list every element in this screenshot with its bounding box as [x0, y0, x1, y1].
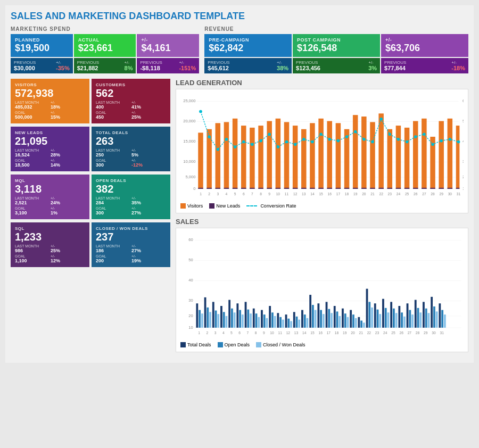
- svg-rect-45: [310, 188, 315, 189]
- spend-diff-value: $4,161: [141, 43, 195, 54]
- sales-svg: 60 50 40 30 20 10: [180, 233, 464, 339]
- svg-rect-231: [403, 317, 406, 328]
- chart-bars: [198, 113, 459, 189]
- svg-rect-50: [336, 123, 341, 189]
- svg-rect-161: [215, 311, 217, 328]
- svg-rect-43: [301, 188, 307, 189]
- svg-text:30: 30: [188, 298, 193, 303]
- legend-total-deals: Total Deals: [180, 342, 211, 347]
- svg-rect-28: [241, 126, 246, 189]
- svg-point-99: [362, 138, 366, 141]
- svg-rect-206: [336, 311, 338, 327]
- kpi-row-3: MQL 3,118 LAST MONTH 2,521 +/- 24% GOAL: [11, 175, 170, 219]
- spend-grid: PLANNED $19,500 ACTUAL $23,661 +/- $4,16…: [11, 34, 199, 57]
- svg-rect-56: [361, 117, 367, 189]
- svg-rect-185: [279, 317, 282, 328]
- svg-point-109: [449, 138, 452, 141]
- svg-rect-154: [196, 303, 198, 328]
- svg-rect-194: [304, 314, 306, 328]
- svg-rect-75: [439, 188, 444, 189]
- svg-rect-73: [430, 188, 435, 189]
- planned-change-value: -35%: [56, 65, 70, 71]
- svg-text:13: 13: [302, 192, 306, 196]
- svg-text:12: 12: [293, 192, 298, 196]
- svg-text:20: 20: [351, 331, 355, 335]
- svg-rect-224: [385, 308, 387, 328]
- svg-text:22: 22: [379, 192, 383, 196]
- svg-point-85: [242, 140, 245, 144]
- svg-text:2: 2: [208, 192, 210, 196]
- svg-rect-173: [247, 310, 249, 328]
- svg-rect-230: [401, 312, 403, 328]
- kpi-column: VISITORS 572,938 LAST MONTH 485,032 +/- …: [11, 79, 170, 352]
- svg-rect-64: [396, 126, 401, 189]
- svg-text:17: 17: [336, 192, 341, 196]
- spend-diff-sub: PREVIOUS -$8,118 +/- -151%: [137, 58, 199, 73]
- svg-rect-199: [317, 303, 319, 328]
- svg-rect-227: [393, 309, 395, 328]
- sales-chart: 60 50 40 30 20 10: [176, 228, 468, 352]
- svg-text:0: 0: [193, 186, 195, 191]
- svg-text:16: 16: [318, 331, 323, 335]
- svg-text:15: 15: [310, 331, 315, 335]
- svg-point-93: [311, 140, 314, 144]
- svg-rect-163: [220, 306, 222, 328]
- svg-rect-223: [382, 299, 384, 328]
- svg-text:26: 26: [399, 331, 403, 335]
- svg-rect-47: [318, 188, 324, 189]
- revenue-label: REVENUE: [204, 26, 468, 32]
- svg-rect-59: [370, 188, 375, 189]
- kpi-row-2: NEW LEADS 21,095 LAST MONTH 16,524 +/- 2…: [11, 127, 170, 171]
- svg-text:16: 16: [328, 192, 332, 196]
- svg-text:4.00%: 4.00%: [463, 139, 464, 144]
- svg-rect-77: [448, 188, 453, 189]
- svg-point-84: [234, 145, 237, 148]
- svg-text:3: 3: [214, 331, 217, 335]
- svg-text:24: 24: [397, 192, 401, 196]
- svg-rect-26: [233, 119, 238, 189]
- svg-rect-69: [413, 188, 418, 189]
- svg-rect-164: [223, 312, 225, 327]
- svg-rect-177: [258, 317, 260, 328]
- svg-rect-214: [358, 317, 360, 328]
- svg-rect-215: [360, 321, 362, 328]
- svg-text:29: 29: [440, 192, 444, 196]
- svg-rect-233: [409, 310, 411, 328]
- svg-rect-238: [423, 302, 425, 327]
- svg-point-106: [423, 132, 426, 136]
- spend-diff-label: +/-: [141, 37, 195, 43]
- svg-text:10: 10: [188, 325, 193, 330]
- actual-label: ACTUAL: [78, 37, 132, 43]
- svg-point-107: [431, 143, 434, 146]
- svg-text:20: 20: [362, 192, 366, 196]
- page-title: SALES AND MARKETING DASHBOARD TEMPLATE: [11, 11, 468, 22]
- svg-text:19: 19: [353, 192, 358, 196]
- svg-rect-79: [456, 188, 460, 189]
- svg-rect-235: [415, 300, 417, 328]
- svg-rect-21: [207, 188, 212, 189]
- svg-rect-31: [250, 188, 255, 189]
- svg-text:23: 23: [375, 331, 379, 335]
- svg-text:2: 2: [206, 331, 208, 335]
- svg-rect-229: [398, 306, 400, 328]
- conversion-legend-line: [246, 205, 257, 206]
- svg-rect-219: [371, 308, 373, 328]
- svg-rect-196: [309, 295, 311, 328]
- svg-text:28: 28: [431, 192, 435, 196]
- kpi-row-1: VISITORS 572,938 LAST MONTH 485,032 +/- …: [11, 79, 170, 123]
- svg-rect-23: [216, 188, 221, 189]
- svg-text:26: 26: [414, 192, 418, 196]
- svg-point-108: [440, 139, 443, 143]
- svg-text:1: 1: [200, 192, 202, 196]
- svg-point-88: [268, 132, 271, 136]
- svg-text:8: 8: [255, 331, 257, 335]
- svg-rect-54: [353, 115, 358, 189]
- svg-rect-49: [327, 188, 333, 189]
- pre-campaign-label: PRE-CAMPAIGN: [209, 37, 287, 43]
- actual-sub: PREVIOUS $21,882 +/- 8%: [74, 58, 136, 73]
- svg-rect-181: [269, 306, 271, 328]
- svg-text:50: 50: [188, 258, 193, 262]
- svg-rect-71: [422, 188, 427, 189]
- diff-prev-label: PREVIOUS: [140, 60, 162, 65]
- svg-text:7: 7: [251, 192, 253, 196]
